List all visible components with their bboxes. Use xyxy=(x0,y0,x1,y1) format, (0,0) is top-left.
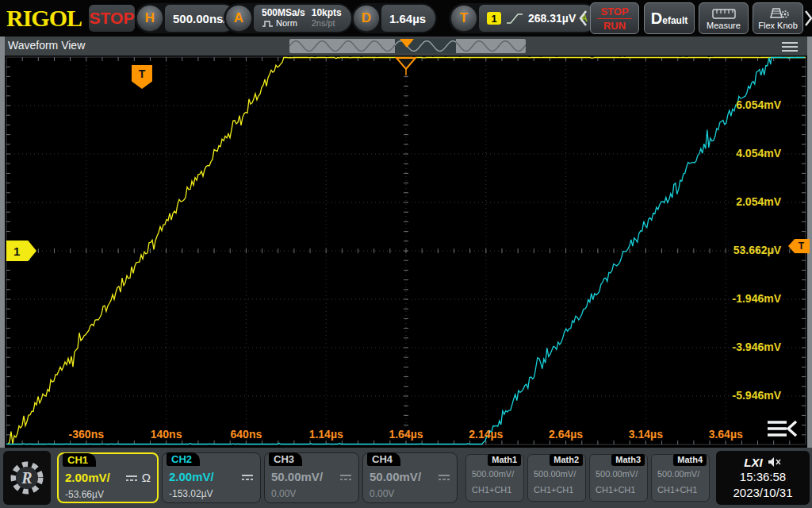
math3-box[interactable]: Math3 500.00mV/ CH1+CH1 xyxy=(589,454,648,502)
horizontal-scale-value: 500.00ns/ xyxy=(173,12,227,25)
dc-coupling-icon xyxy=(241,473,254,481)
speaker-muted-icon xyxy=(768,456,782,468)
trigger-source-chip: 1 xyxy=(487,12,501,25)
time-resolution: 2ns/pt xyxy=(312,18,342,29)
channel-status-bar: R CH1 2.00mV/ Ω -53.66µV CH2 2.00mV/ xyxy=(0,448,812,508)
memory-depth: 10kpts xyxy=(312,8,342,18)
v-axis-label: -3.946mV xyxy=(718,341,781,353)
time-axis-label: -360ns xyxy=(69,428,104,441)
channel3-tab: CH3 xyxy=(269,452,302,466)
time-axis-label: 640ns xyxy=(231,428,262,441)
waveform-overview-strip[interactable] xyxy=(289,39,526,53)
math1-scale: 500.00mV/ xyxy=(472,469,514,479)
system-date: 2023/10/31 xyxy=(733,485,792,501)
v-axis-label: 2.054mV xyxy=(718,195,781,208)
top-toolbar: RIGOL STOP H 500.00ns/ A 500MSa/s Norm 1… xyxy=(0,0,812,37)
rising-edge-icon xyxy=(506,13,523,25)
default-button[interactable]: Default xyxy=(644,2,695,34)
math1-box[interactable]: Math1 500.00mV/ CH1+CH1 xyxy=(465,454,524,502)
math4-tab: Math4 xyxy=(673,454,707,466)
math1-expression: CH1+CH1 xyxy=(472,485,511,495)
channel2-tab: CH2 xyxy=(167,452,200,466)
channel4-offset: 0.00V xyxy=(370,488,394,499)
rigol-gear-logo[interactable]: R xyxy=(3,451,51,505)
math4-scale: 500.00mV/ xyxy=(657,469,699,479)
channel4-scale: 50.00mV/ xyxy=(370,470,421,483)
horizontal-knob[interactable]: H xyxy=(136,5,163,32)
channel1-offset: -53.66µV xyxy=(65,489,104,500)
measure-button[interactable]: Measure xyxy=(699,2,749,34)
stop-run-divider xyxy=(597,18,632,19)
acquire-knob[interactable]: A xyxy=(225,5,252,32)
flex-knob-button[interactable]: Flex Knob xyxy=(753,2,803,34)
view-tab-bar: Waveform View xyxy=(0,37,812,56)
system-time: 15:36:58 xyxy=(740,469,786,485)
toolbar-scroll-right-icon[interactable] xyxy=(803,10,812,27)
display-menu-icon[interactable] xyxy=(766,419,799,441)
channel3-box[interactable]: CH3 50.00mV/ 0.00V xyxy=(264,452,359,503)
acquire-mode: Norm xyxy=(276,18,297,29)
math2-scale: 500.00mV/ xyxy=(534,469,576,479)
v-axis-label: 6.054mV xyxy=(718,98,781,111)
math1-tab: Math1 xyxy=(488,454,521,466)
trigger-knob[interactable]: T xyxy=(450,5,477,32)
math4-expression: CH1+CH1 xyxy=(657,485,697,495)
channel4-tab: CH4 xyxy=(367,452,400,466)
run-status-badge[interactable]: STOP xyxy=(89,5,135,32)
dc-coupling-icon xyxy=(438,473,450,481)
math3-tab: Math3 xyxy=(611,454,645,466)
math2-box[interactable]: Math2 500.00mV/ CH1+CH1 xyxy=(527,454,586,502)
math4-box[interactable]: Math4 500.00mV/ CH1+CH1 xyxy=(651,454,710,502)
channel1-box[interactable]: CH1 2.00mV/ Ω -53.66µV xyxy=(57,452,159,503)
pulse-icon xyxy=(262,20,274,28)
lxi-label: LXI xyxy=(744,456,762,469)
tab-waveform-view[interactable]: Waveform View xyxy=(8,39,85,52)
oscilloscope-screen: RIGOL STOP H 500.00ns/ A 500MSa/s Norm 1… xyxy=(0,0,812,508)
math3-expression: CH1+CH1 xyxy=(596,485,635,495)
dc-coupling-icon xyxy=(339,473,352,481)
time-axis-label: 140ns xyxy=(151,428,182,441)
svg-text:R: R xyxy=(21,469,32,487)
left-edge-strip xyxy=(0,37,5,448)
time-axis-label: 1.14µs xyxy=(309,428,343,441)
stop-run-button[interactable]: STOP RUN xyxy=(590,2,639,34)
channel2-scale: 2.00mV/ xyxy=(169,470,214,483)
horizontal-scale-group[interactable]: H 500.00ns/ xyxy=(135,3,238,33)
delay-knob[interactable]: D xyxy=(353,5,380,32)
channel1-scale: 2.00mV/ xyxy=(65,471,110,484)
delay-value: 1.64µs xyxy=(389,12,426,25)
v-axis-label: -5.946mV xyxy=(718,389,781,402)
time-axis-label: 3.14µs xyxy=(629,428,663,441)
system-clock-box[interactable]: LXI 15:36:58 2023/10/31 xyxy=(716,451,810,505)
channel3-scale: 50.00mV/ xyxy=(271,470,323,483)
channel1-tab: CH1 xyxy=(63,453,96,467)
channel2-box[interactable]: CH2 2.00mV/ -153.02µV xyxy=(162,452,261,503)
time-axis-label: 3.64µs xyxy=(709,428,743,441)
time-axis-label: 2.64µs xyxy=(549,428,583,441)
acquisition-group[interactable]: A 500MSa/s Norm 10kpts 2ns/pt xyxy=(224,3,353,33)
stop-label: STOP xyxy=(600,6,628,17)
hamburger-menu-icon[interactable] xyxy=(782,42,798,52)
channel4-box[interactable]: CH4 50.00mV/ 0.00V xyxy=(362,452,458,503)
dc-coupling-icon xyxy=(125,474,138,482)
waveform-display: T 1 T 6.054mV4.054mV2.054mV53.662µV-1.94… xyxy=(0,56,812,448)
trigger-group[interactable]: T 1 268.31µV A xyxy=(449,3,599,33)
v-axis-label: 53.662µV xyxy=(718,244,781,256)
graticule-and-traces xyxy=(0,56,812,448)
delay-group[interactable]: D 1.64µs xyxy=(351,3,437,33)
run-label: RUN xyxy=(603,20,626,32)
rigol-logo: RIGOL xyxy=(6,5,82,32)
math2-expression: CH1+CH1 xyxy=(534,485,573,495)
math3-scale: 500.00mV/ xyxy=(596,469,638,479)
channel2-offset: -153.02µV xyxy=(169,488,213,499)
impedance-icon: Ω xyxy=(142,471,151,484)
channel3-offset: 0.00V xyxy=(271,488,296,499)
math2-tab: Math2 xyxy=(550,454,583,466)
trigger-level-value: 268.31µV xyxy=(528,12,576,25)
ruler-icon xyxy=(712,6,736,19)
v-axis-label: -1.946mV xyxy=(718,292,781,305)
toolbar-scroll-left-icon[interactable] xyxy=(578,10,588,27)
time-axis-label: 2.14µs xyxy=(469,428,503,441)
v-axis-label: 4.054mV xyxy=(718,147,781,160)
knob-gear-icon xyxy=(764,6,791,19)
